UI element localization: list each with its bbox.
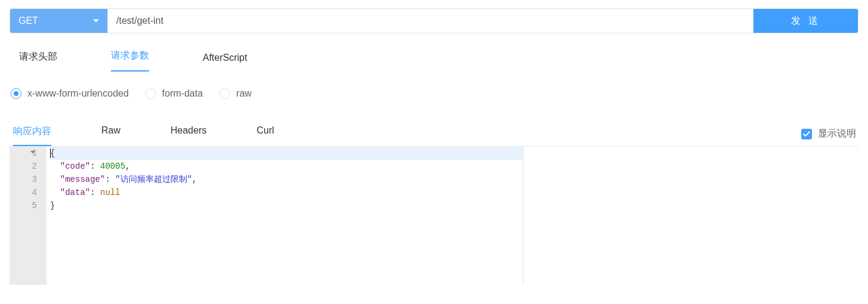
response-panel: 1 2 3 4 5 { "code": 40005, "message": "访… (10, 147, 858, 285)
code-content[interactable]: { "code": 40005, "message": "访问频率超过限制", … (46, 147, 523, 285)
code-line: "data": null (50, 186, 523, 199)
tab-response-headers[interactable]: Headers (170, 125, 206, 146)
tab-response-raw[interactable]: Raw (101, 125, 120, 146)
body-type-radio-group: x-www-form-urlencoded form-data raw (10, 88, 858, 99)
radio-raw[interactable]: raw (219, 88, 252, 99)
send-button[interactable]: 发 送 (753, 9, 858, 33)
radio-icon (219, 88, 230, 99)
radio-label: form-data (162, 88, 203, 99)
tab-response-body[interactable]: 响应内容 (13, 125, 51, 146)
response-side-panel (523, 147, 858, 285)
url-input[interactable] (108, 9, 753, 33)
tab-response-curl[interactable]: Curl (257, 125, 274, 146)
line-gutter: 1 2 3 4 5 (10, 147, 46, 285)
response-tabs-bar: 响应内容 Raw Headers Curl 显示说明 (10, 125, 858, 147)
fold-toggle-icon[interactable] (30, 151, 35, 154)
radio-form-data[interactable]: form-data (145, 88, 203, 99)
request-bar: GET 发 送 (10, 8, 858, 33)
show-description-toggle[interactable]: 显示说明 (801, 128, 856, 146)
tab-request-params[interactable]: 请求参数 (111, 49, 149, 72)
radio-icon (11, 88, 21, 99)
chevron-down-icon (93, 19, 99, 23)
code-line: "code": 40005, (50, 160, 523, 173)
http-method-select[interactable]: GET (10, 9, 108, 33)
radio-label: raw (236, 88, 252, 99)
checkbox-checked-icon (801, 129, 812, 139)
tab-afterscript[interactable]: AfterScript (203, 52, 247, 72)
response-code-editor[interactable]: 1 2 3 4 5 { "code": 40005, "message": "访… (10, 147, 523, 285)
tab-request-headers[interactable]: 请求头部 (19, 51, 57, 72)
radio-urlencoded[interactable]: x-www-form-urlencoded (11, 88, 129, 99)
code-line: { (50, 147, 523, 160)
code-line: } (50, 199, 523, 212)
show-description-label: 显示说明 (818, 128, 856, 140)
radio-icon (145, 88, 156, 99)
radio-label: x-www-form-urlencoded (27, 88, 129, 99)
request-tabs: 请求头部 请求参数 AfterScript (10, 42, 858, 72)
http-method-value: GET (18, 15, 38, 26)
code-line: "message": "访问频率超过限制", (50, 173, 523, 186)
